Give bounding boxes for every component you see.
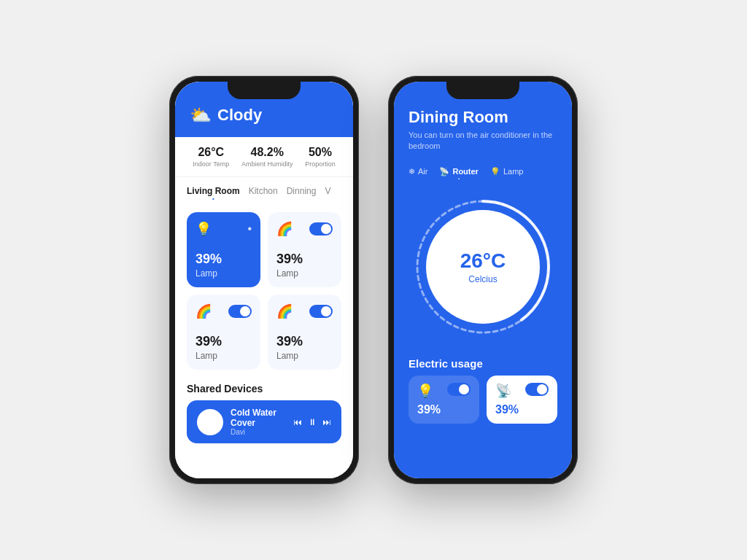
- shared-title: Shared Devices: [187, 383, 341, 394]
- shared-info: Cold Water Cover Davi: [231, 408, 286, 436]
- shared-section: Shared Devices Cold Water Cover Davi ⏮ ⏸…: [175, 377, 353, 446]
- rewind-button[interactable]: ⏮: [293, 417, 302, 427]
- stat-label: Proportion: [305, 160, 336, 168]
- shared-card: Cold Water Cover Davi ⏮ ⏸ ⏭: [187, 400, 341, 443]
- phone-2: Dining Room You can turn on the air cond…: [388, 76, 578, 484]
- tab-lamp[interactable]: 💡 Lamp: [490, 167, 524, 176]
- shared-controls: ⏮ ⏸ ⏭: [293, 417, 331, 427]
- pause-button[interactable]: ⏸: [308, 417, 317, 427]
- temp-inner-circle: 26°C Celcius: [426, 210, 540, 324]
- phone-1: ⛅ Clody 26°C Indoor Temp 48.2% Ambient H…: [169, 76, 359, 484]
- room-title: Dining Room: [409, 108, 557, 127]
- card-header: 📡: [495, 383, 549, 399]
- stat-label: Indoor Temp: [193, 160, 229, 168]
- router-icon: 📡: [495, 383, 511, 399]
- dot-icon: •: [247, 222, 252, 236]
- device-card-4[interactable]: 🌈 39% Lamp: [268, 295, 341, 370]
- device-name: Lamp: [276, 268, 333, 279]
- electric-title: Electric usage: [409, 357, 557, 370]
- device-card-2[interactable]: 🌈 39% Lamp: [268, 212, 341, 287]
- tab-lamp-label: Lamp: [503, 167, 524, 176]
- stat-proportion: 50% Proportion: [305, 146, 336, 168]
- tab-living-room[interactable]: Living Room: [187, 186, 240, 199]
- electric-percent: 39%: [495, 403, 549, 416]
- forward-button[interactable]: ⏭: [322, 417, 331, 427]
- electric-card-1[interactable]: 💡 39%: [409, 376, 479, 424]
- shared-device-name: Cold Water Cover: [231, 408, 286, 428]
- device-card-1[interactable]: 💡 • 39% Lamp: [187, 212, 260, 287]
- device-percent: 39%: [196, 334, 252, 349]
- router-icon: 🌈: [196, 303, 212, 319]
- lamp-icon: 💡: [417, 383, 433, 399]
- router-icon: 🌈: [276, 221, 293, 237]
- weather-icon: ⛅: [190, 105, 212, 125]
- temp-unit: Celcius: [468, 274, 497, 284]
- phone1-screen: ⛅ Clody 26°C Indoor Temp 48.2% Ambient H…: [175, 82, 353, 478]
- card-header: 💡: [417, 383, 471, 399]
- lamp-icon: 💡: [490, 167, 500, 176]
- shared-user: Davi: [231, 428, 286, 436]
- phone2-screen: Dining Room You can turn on the air cond…: [394, 82, 572, 478]
- card-header: 🌈: [196, 303, 252, 319]
- device-percent: 39%: [276, 334, 333, 349]
- temp-circle-container: 26°C Celcius: [394, 182, 572, 351]
- toggle-switch[interactable]: [228, 305, 252, 318]
- device-grid: 💡 • 39% Lamp 🌈 39% Lamp: [175, 205, 353, 377]
- tab-router-label: Router: [452, 167, 478, 176]
- tab-router[interactable]: 📡 Router: [439, 167, 478, 176]
- router-icon: 🌈: [276, 303, 293, 319]
- avatar: [197, 409, 223, 435]
- room-tabs: Living Room Kitchon Dinning V: [175, 177, 353, 205]
- tab-kitchen[interactable]: Kitchon: [249, 186, 278, 199]
- tab-other[interactable]: V: [325, 186, 330, 199]
- app-title: Clody: [217, 106, 262, 125]
- notch-2: [446, 82, 519, 99]
- device-name: Lamp: [276, 351, 333, 361]
- stat-indoor-temp: 26°C Indoor Temp: [193, 146, 229, 168]
- router-icon: 📡: [439, 167, 449, 176]
- stat-value: 26°C: [193, 146, 229, 159]
- electric-section: Electric usage 💡 39% 📡: [394, 351, 572, 424]
- air-icon: ❄: [409, 167, 415, 176]
- stat-value: 50%: [305, 146, 336, 159]
- device-percent: 39%: [276, 252, 333, 267]
- device-card-3[interactable]: 🌈 39% Lamp: [187, 295, 260, 370]
- electric-percent: 39%: [417, 403, 471, 416]
- device-name: Lamp: [196, 268, 252, 279]
- card-header: 💡 •: [196, 221, 252, 237]
- notch-1: [228, 82, 301, 99]
- toggle-switch[interactable]: [309, 222, 333, 236]
- tab-air[interactable]: ❄ Air: [409, 167, 427, 176]
- stat-value: 48.2%: [241, 146, 293, 159]
- temp-value: 26°C: [460, 249, 506, 273]
- card-header: 🌈: [276, 303, 333, 319]
- temp-circle: 26°C Celcius: [410, 194, 556, 340]
- toggle-switch[interactable]: [525, 383, 549, 396]
- toggle-switch[interactable]: [447, 383, 471, 396]
- room-desc: You can turn on the air conditioner in t…: [409, 130, 557, 152]
- electric-grid: 💡 39% 📡 39%: [409, 376, 557, 424]
- device-tabs: ❄ Air 📡 Router 💡 Lamp: [394, 161, 572, 182]
- device-name: Lamp: [196, 351, 252, 361]
- stat-humidity: 48.2% Ambient Humidity: [241, 146, 293, 168]
- stats-bar: 26°C Indoor Temp 48.2% Ambient Humidity …: [175, 137, 353, 177]
- toggle-switch[interactable]: [309, 305, 333, 318]
- card-header: 🌈: [276, 221, 333, 237]
- tab-air-label: Air: [418, 167, 427, 176]
- stat-label: Ambient Humidity: [241, 160, 293, 168]
- electric-card-2[interactable]: 📡 39%: [487, 376, 557, 424]
- device-percent: 39%: [196, 252, 252, 267]
- tab-dinning[interactable]: Dinning: [287, 186, 317, 199]
- lamp-icon: 💡: [196, 221, 212, 237]
